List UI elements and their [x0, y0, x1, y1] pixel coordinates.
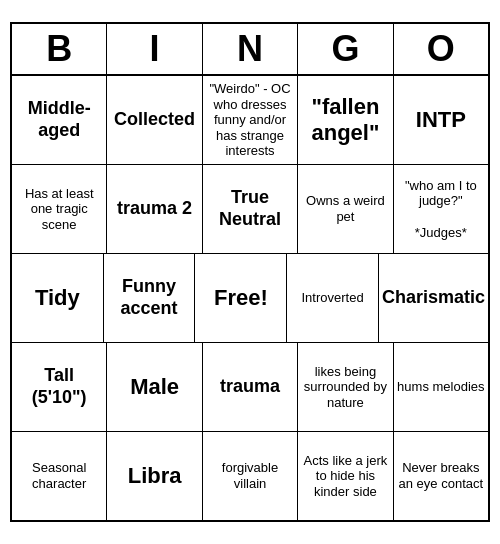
- bingo-row: Has at least one tragic scenetrauma 2Tru…: [12, 165, 488, 254]
- bingo-cell: Libra: [107, 432, 202, 520]
- bingo-cell: Charismatic: [379, 254, 488, 342]
- header-letter: N: [203, 24, 298, 74]
- bingo-row: TidyFunny accentFree!IntrovertedCharisma…: [12, 254, 488, 343]
- bingo-cell: forgivable villain: [203, 432, 298, 520]
- bingo-cell: Free!: [195, 254, 287, 342]
- header-letter: B: [12, 24, 107, 74]
- bingo-cell: Funny accent: [104, 254, 196, 342]
- bingo-cell: Acts like a jerk to hide his kinder side: [298, 432, 393, 520]
- bingo-header: BINGO: [12, 24, 488, 76]
- bingo-cell: Never breaks an eye contact: [394, 432, 488, 520]
- bingo-cell: Male: [107, 343, 202, 431]
- bingo-cell: INTP: [394, 76, 488, 164]
- bingo-cell: "Weirdo" - OC who dresses funny and/or h…: [203, 76, 298, 164]
- bingo-cell: "who am I to judge?"*Judges*: [394, 165, 488, 253]
- bingo-cell: Collected: [107, 76, 202, 164]
- bingo-cell: Introverted: [287, 254, 379, 342]
- bingo-grid: Middle-agedCollected"Weirdo" - OC who dr…: [12, 76, 488, 520]
- bingo-cell: Owns a weird pet: [298, 165, 393, 253]
- bingo-row: Seasonal characterLibraforgivable villai…: [12, 432, 488, 520]
- bingo-cell: likes being surrounded by nature: [298, 343, 393, 431]
- bingo-cell: Tidy: [12, 254, 104, 342]
- bingo-cell: trauma 2: [107, 165, 202, 253]
- bingo-cell: Seasonal character: [12, 432, 107, 520]
- bingo-cell: Middle-aged: [12, 76, 107, 164]
- bingo-cell: "fallen angel": [298, 76, 393, 164]
- bingo-row: Tall (5'10")Maletraumalikes being surrou…: [12, 343, 488, 432]
- header-letter: G: [298, 24, 393, 74]
- bingo-card: BINGO Middle-agedCollected"Weirdo" - OC …: [10, 22, 490, 522]
- bingo-cell: Tall (5'10"): [12, 343, 107, 431]
- bingo-row: Middle-agedCollected"Weirdo" - OC who dr…: [12, 76, 488, 165]
- bingo-cell: hums melodies: [394, 343, 488, 431]
- bingo-cell: True Neutral: [203, 165, 298, 253]
- bingo-cell: trauma: [203, 343, 298, 431]
- bingo-cell: Has at least one tragic scene: [12, 165, 107, 253]
- header-letter: I: [107, 24, 202, 74]
- header-letter: O: [394, 24, 488, 74]
